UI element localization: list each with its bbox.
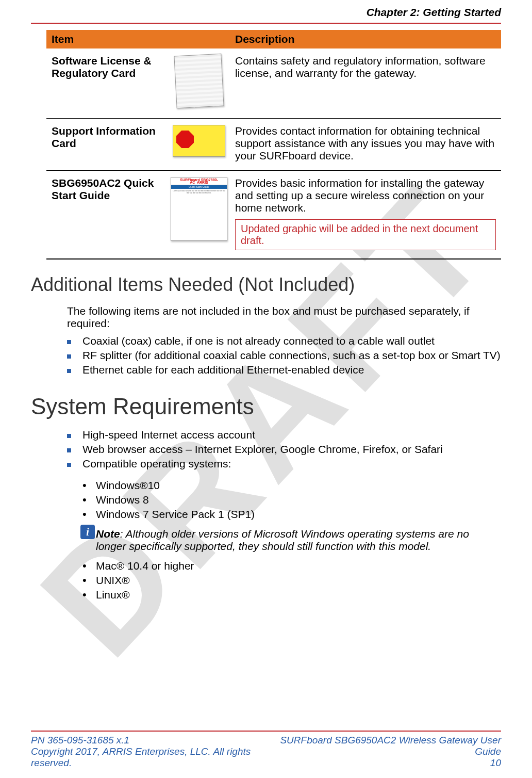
- item-desc: Contains safety and regulatory informati…: [230, 48, 501, 119]
- list-item: UNIX®: [82, 574, 501, 587]
- footer-pn: PN 365-095-31685 x.1: [31, 735, 272, 746]
- list-item: Compatible operating systems:: [67, 458, 501, 470]
- table-row: Support Information Card Provides contac…: [46, 119, 501, 171]
- additional-items-list: Coaxial (coax) cable, if one is not alre…: [67, 335, 501, 376]
- list-item: Windows®10: [82, 479, 501, 492]
- license-card-icon: [174, 54, 224, 109]
- support-card-icon: [173, 125, 225, 157]
- note-block: i Note: Although older versions of Micro…: [96, 528, 501, 553]
- table-row: Software License & Regulatory Card Conta…: [46, 48, 501, 119]
- list-item: Linux®: [82, 589, 501, 601]
- item-desc: Provides basic information for installin…: [235, 177, 496, 214]
- footer-title: SURFboard SBG6950AC2 Wireless Gateway Us…: [272, 735, 501, 757]
- item-name: Support Information Card: [46, 119, 168, 171]
- quick-start-guide-icon: SURFboard SBG7580-AC ARRIS Quick Start G…: [171, 177, 227, 241]
- list-item: Ethernet cable for each additional Ether…: [67, 364, 501, 376]
- os-list-2: Mac® 10.4 or higher UNIX® Linux®: [82, 560, 501, 601]
- page-footer: PN 365-095-31685 x.1 Copyright 2017, ARR…: [31, 731, 501, 769]
- table-row: SBG6950AC2 Quick Start Guide SURFboard S…: [46, 171, 501, 260]
- item-image: [168, 119, 230, 171]
- list-item: Windows 8: [82, 494, 501, 506]
- list-item: Mac® 10.4 or higher: [82, 560, 501, 572]
- footer-page: 10: [272, 757, 501, 769]
- item-name: Software License & Regulatory Card: [46, 48, 168, 119]
- col-item: Item: [46, 30, 230, 48]
- list-item: High-speed Internet access account: [67, 429, 501, 441]
- chapter-header: Chapter 2: Getting Started: [31, 0, 501, 24]
- item-image: SURFboard SBG7580-AC ARRIS Quick Start G…: [168, 171, 230, 260]
- item-name: SBG6950AC2 Quick Start Guide: [46, 171, 168, 260]
- note-label: Note: [96, 528, 120, 540]
- items-table: Item Description Software License & Regu…: [46, 30, 501, 260]
- list-item: Web browser access – Internet Explorer, …: [67, 443, 501, 456]
- item-image: [168, 48, 230, 119]
- sysreq-list: High-speed Internet access account Web b…: [67, 429, 501, 470]
- os-list-1: Windows®10 Windows 8 Windows 7 Service P…: [82, 479, 501, 521]
- footer-copyright: Copyright 2017, ARRIS Enterprises, LLC. …: [31, 746, 272, 769]
- section-sysreq-title: System Requirements: [31, 394, 501, 419]
- col-desc: Description: [230, 30, 501, 48]
- section-additional-title: Additional Items Needed (Not Included): [31, 274, 501, 296]
- list-item: Coaxial (coax) cable, if one is not alre…: [67, 335, 501, 347]
- update-note-box: Updated graphic will be added in the nex…: [235, 219, 496, 250]
- item-desc-cell: Provides basic information for installin…: [230, 171, 501, 260]
- section-additional-intro: The following items are not included in …: [67, 305, 501, 330]
- list-item: RF splitter (for additional coaxial cabl…: [67, 349, 501, 362]
- note-text: : Although older versions of Microsoft W…: [96, 528, 469, 552]
- list-item: Windows 7 Service Pack 1 (SP1): [82, 508, 501, 521]
- item-desc: Provides contact information for obtaini…: [230, 119, 501, 171]
- info-icon: i: [80, 525, 95, 539]
